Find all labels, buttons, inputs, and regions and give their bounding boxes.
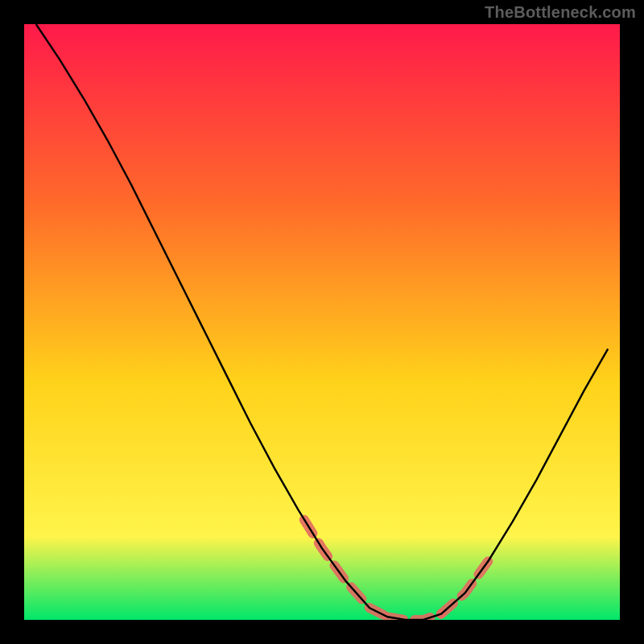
gradient-background [24,24,620,620]
watermark-text: TheBottleneck.com [485,3,636,22]
chart-container: TheBottleneck.com [0,0,644,644]
plot-svg [24,24,620,620]
plot-area [24,24,620,620]
